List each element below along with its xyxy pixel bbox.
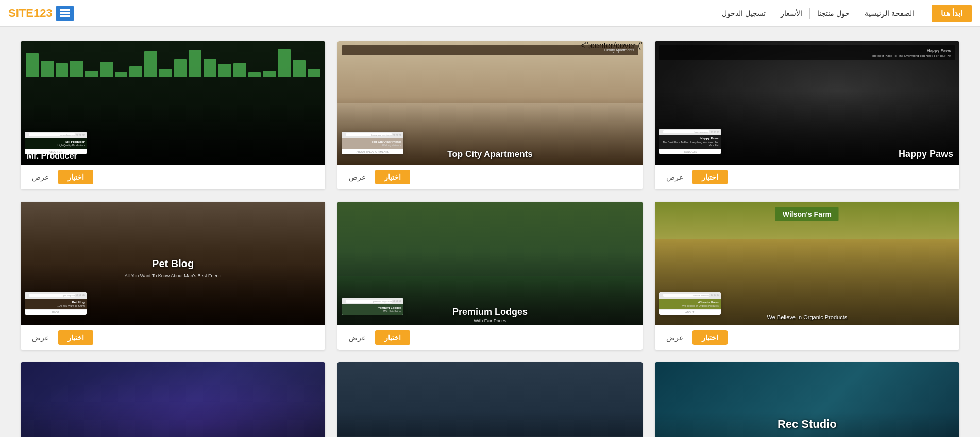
card-preview-luxury-apartments: ') center/cover;"> Luxury Apartments Top… <box>337 41 642 165</box>
card-bottom-luxury-apartments: اختيار عرض <box>337 165 642 189</box>
mini-dot-1 <box>82 134 85 136</box>
svg-rect-0 <box>60 9 70 11</box>
nav-sep2 <box>809 8 810 19</box>
logo[interactable]: SITE123 <box>8 6 74 21</box>
mini-dot-2 <box>79 134 81 136</box>
select-button-wilsons-farm[interactable]: اختيار <box>692 330 728 345</box>
mini-url-bar: mr-producer.com <box>29 133 75 136</box>
mini-url-bar: luxury-apartments.com <box>346 133 392 136</box>
mini-header-wilsons-farm: Wilson's Farm We Believe In Organic Prod… <box>659 299 721 309</box>
card-bottom-pet-blog: اختيار عرض <box>21 325 325 350</box>
card-preview-rec-studio: Rec Studio High Quality Recording Servic… <box>655 362 959 437</box>
mini-dot-1 <box>399 300 401 302</box>
svg-rect-1 <box>60 12 70 14</box>
mini-browser-bar: mr-producer.com <box>25 132 87 138</box>
mini-browser-bar: wilsons-farm.com <box>659 292 721 299</box>
mini-url-bar: premium-lodges.com <box>346 300 392 303</box>
select-button-premium-lodges[interactable]: اختيار <box>375 330 410 345</box>
select-button-luxury-apartments[interactable]: اختيار <box>375 170 410 184</box>
mini-dot-2 <box>396 134 398 136</box>
mini-browser-bar: happy-paws.com <box>659 129 721 135</box>
template-card-tech-web: Technology And The Web Follow Us And Nev… <box>21 362 325 437</box>
card-preview-wilsons-farm: Wilson's Farm We Believe In Organic Prod… <box>655 202 959 325</box>
mini-dot-1 <box>399 134 401 136</box>
svg-rect-2 <box>60 15 70 17</box>
logo-icon <box>56 6 74 21</box>
mini-header-premium-lodges: Premium Lodges With Fair Prices <box>342 304 403 315</box>
nav-about[interactable]: حول منتجنا <box>810 9 857 18</box>
template-card-engineering-ltd: Engineering Services Providing Engineeri… <box>337 362 642 437</box>
mini-dot-3 <box>711 294 713 296</box>
card-bottom-mr-producer: اختيار عرض <box>21 165 325 189</box>
card-bottom-premium-lodges: اختيار عرض <box>337 325 642 350</box>
template-card-luxury-apartments: ') center/cover;"> Luxury Apartments Top… <box>337 41 642 189</box>
mini-browser-premium-lodges: premium-lodges.com Premium Lodges With F… <box>342 298 403 315</box>
start-button[interactable]: ابدأ هنا <box>932 5 972 22</box>
mini-dot-1 <box>717 131 719 133</box>
mini-browser-luxury-apartments: luxury-apartments.com Top City Apartment… <box>342 132 403 154</box>
card-bottom-happy-paws: اختيار عرض <box>655 165 959 189</box>
mini-url-bar: wilsons-farm.com <box>663 294 709 297</box>
mini-dot-1 <box>717 294 719 296</box>
card-preview-tech-web: Technology And The Web Follow Us And Nev… <box>21 362 325 437</box>
nav-login[interactable]: تسجيل الدخول <box>715 9 773 18</box>
mini-subtitle: All You Want To Know... <box>27 304 85 307</box>
template-card-happy-paws: Happy Paws The Best Place To Find Everyt… <box>655 41 959 189</box>
logo-prefix: SITE <box>8 7 33 20</box>
mini-dot-3 <box>393 300 395 302</box>
preview-button-premium-lodges[interactable]: عرض <box>345 331 370 344</box>
mini-header-luxury-apartments: Top City Apartments Walking distance... <box>342 138 403 149</box>
mini-browser-pet-blog: pet-blog.com Pet Blog All You Want To Kn… <box>25 292 87 315</box>
logo-suffix: 123 <box>33 7 53 20</box>
preview-button-pet-blog[interactable]: عرض <box>28 331 53 344</box>
mini-dot-3 <box>76 134 78 136</box>
template-grid: Happy Paws The Best Place To Find Everyt… <box>0 27 980 437</box>
mini-dot-3 <box>393 134 395 136</box>
mini-browser-bar: premium-lodges.com <box>342 298 403 304</box>
card-preview-mr-producer: Mr. Producer mr-producer.com Mr. Produce… <box>21 41 325 165</box>
logo-text: SITE123 <box>8 7 53 20</box>
template-card-mr-producer: Mr. Producer mr-producer.com Mr. Produce… <box>21 41 325 189</box>
mini-dot-3 <box>711 131 713 133</box>
mini-browser-bar: luxury-apartments.com <box>342 132 403 138</box>
nav-home[interactable]: الصفحة الرئيسية <box>857 9 921 18</box>
card-preview-pet-blog: Pet Blog All You Want To Know About Man'… <box>21 202 325 325</box>
card-preview-engineering-ltd: Engineering Services Providing Engineeri… <box>337 362 642 437</box>
template-card-wilsons-farm: Wilson's Farm We Believe In Organic Prod… <box>655 202 959 350</box>
preview-button-luxury-apartments[interactable]: عرض <box>345 171 370 183</box>
preview-button-wilsons-farm[interactable]: عرض <box>662 331 687 344</box>
template-card-rec-studio: Rec Studio High Quality Recording Servic… <box>655 362 959 437</box>
select-button-happy-paws[interactable]: اختيار <box>692 170 728 184</box>
mini-title: Pet Blog <box>27 301 85 304</box>
nav-sep3 <box>773 8 773 19</box>
nav-sep1 <box>857 8 857 19</box>
mini-dot-2 <box>714 294 716 296</box>
select-button-pet-blog[interactable]: اختيار <box>58 330 93 345</box>
card-bottom-wilsons-farm: اختيار عرض <box>655 325 959 350</box>
mini-subtitle: We Believe In Organic Products <box>661 304 719 307</box>
template-card-pet-blog: Pet Blog All You Want To Know About Man'… <box>21 202 325 350</box>
mini-title: Wilson's Farm <box>661 301 719 304</box>
mini-header-mr-producer: Mr. Producer High Quality Production <box>25 138 87 149</box>
nav-pricing[interactable]: الأسعار <box>773 9 809 18</box>
template-card-premium-lodges: Premium Lodges With Fair Prices premium-… <box>337 202 642 350</box>
mini-url-bar: happy-paws.com <box>663 130 709 133</box>
mini-dot-2 <box>79 294 81 296</box>
mini-section: BLOG <box>25 309 87 315</box>
mini-subtitle: The Best Place To Find Everything You Ne… <box>661 141 719 147</box>
card-preview-premium-lodges: Premium Lodges With Fair Prices premium-… <box>337 202 642 325</box>
mini-dot-2 <box>396 300 398 302</box>
mini-dot-1 <box>82 294 85 296</box>
mini-browser-wilsons-farm: wilsons-farm.com Wilson's Farm We Believ… <box>659 292 721 315</box>
mini-subtitle: High Quality Production <box>27 144 85 147</box>
mini-title: Mr. Producer <box>27 140 85 143</box>
mini-dot-3 <box>76 294 78 296</box>
mini-url-bar: pet-blog.com <box>29 294 75 297</box>
mini-section: ABOUT THE APARTMENTS <box>342 149 403 154</box>
card-preview-happy-paws: Happy Paws The Best Place To Find Everyt… <box>655 41 959 165</box>
preview-button-mr-producer[interactable]: عرض <box>28 171 53 183</box>
navbar: ابدأ هنا الصفحة الرئيسية حول منتجنا الأس… <box>0 0 980 27</box>
select-button-mr-producer[interactable]: اختيار <box>58 170 93 184</box>
preview-button-happy-paws[interactable]: عرض <box>662 171 687 183</box>
mini-title: Top City Apartments <box>344 140 401 143</box>
